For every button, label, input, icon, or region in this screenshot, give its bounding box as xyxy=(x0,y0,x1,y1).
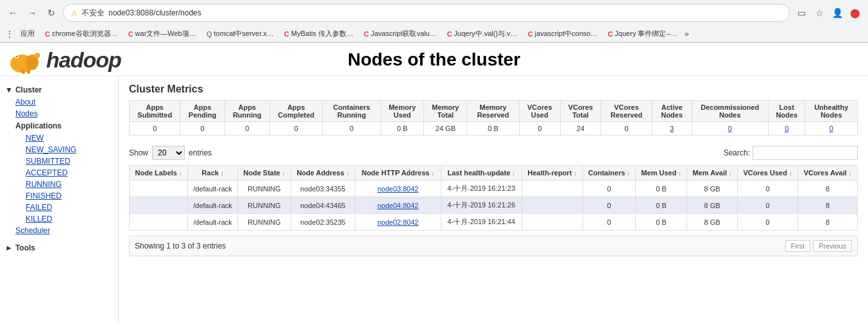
bookmark-jquery2[interactable]: C Jquery 事件绑定--… xyxy=(604,28,681,40)
url-display: node03:8088/cluster/nodes xyxy=(108,8,201,17)
th-mem-used[interactable]: Mem Used ↕ xyxy=(636,166,687,180)
sidebar-item-new[interactable]: NEW xyxy=(10,132,113,144)
th-vcores-used[interactable]: VCores Used ↕ xyxy=(737,166,797,180)
sort-icon-vcavail: ↕ xyxy=(849,170,852,177)
th-rack[interactable]: Rack ↕ xyxy=(188,166,238,180)
node-http-link[interactable]: node02:8042 xyxy=(377,218,418,226)
table-cell: RUNNING xyxy=(237,197,291,214)
bookmark-mybatis[interactable]: C MyBatis 传入参数… xyxy=(280,28,357,40)
forward-button[interactable]: → xyxy=(24,5,40,21)
table-controls: Show 20 50 100 entries Search: xyxy=(129,146,858,160)
col-unhealthy-nodes: Unhealthy Nodes xyxy=(805,101,858,122)
sidebar-item-finished[interactable]: FINISHED xyxy=(10,190,113,202)
cast-icon[interactable]: ▭ xyxy=(794,5,809,21)
sidebar-tools-header[interactable]: ► Tools xyxy=(5,242,113,254)
sidebar-item-accepted[interactable]: ACCEPTED xyxy=(10,167,113,179)
val-vcores-reserved: 0 xyxy=(601,122,652,136)
th-node-labels[interactable]: Node Labels ↕ xyxy=(130,166,188,180)
bookmark-icon-3: C xyxy=(284,30,289,38)
bookmark-icon[interactable]: ☆ xyxy=(812,5,827,21)
table-cell[interactable]: node03:8042 xyxy=(355,180,441,197)
back-button[interactable]: ← xyxy=(5,5,21,21)
refresh-button[interactable]: ↻ xyxy=(44,5,59,21)
th-containers[interactable]: Containers ↕ xyxy=(583,166,636,180)
browser-chrome: ← → ↻ ⚠ 不安全 node03:8088/cluster/nodes ▭ … xyxy=(0,0,868,43)
show-entries: Show 20 50 100 entries xyxy=(129,146,212,160)
table-cell: 4-十月-2019 16:21:23 xyxy=(441,180,522,197)
sidebar-item-new-saving[interactable]: NEW_SAVING xyxy=(10,144,113,155)
bookmarks-more-icon[interactable]: » xyxy=(685,29,689,39)
th-node-state[interactable]: Node State ↕ xyxy=(237,166,291,180)
sidebar-item-failed[interactable]: FAILED xyxy=(10,202,113,213)
th-mem-avail[interactable]: Mem Avail ↕ xyxy=(687,166,738,180)
node-http-link[interactable]: node04:8042 xyxy=(377,202,418,209)
table-cell: RUNNING xyxy=(237,180,291,197)
sidebar-item-nodes[interactable]: Nodes xyxy=(5,108,113,119)
sidebar-tools-arrow: ► xyxy=(5,243,13,252)
table-cell: 4-十月-2019 16:21:26 xyxy=(441,197,522,214)
bookmarks-bar: ⋮ 应用 C chrome谷歌浏览器… C war文件—Web项… Q tomc… xyxy=(0,26,868,42)
table-cell[interactable]: node02:8042 xyxy=(355,214,441,231)
table-cell: node03:34355 xyxy=(291,180,355,197)
bookmark-js2[interactable]: C javascript中conso… xyxy=(524,28,602,40)
table-cell: 8 xyxy=(798,197,858,214)
sidebar-applications-label: Applications xyxy=(5,119,113,132)
menu-icon[interactable]: ⬤ xyxy=(847,5,863,21)
sidebar-item-scheduler[interactable]: Scheduler xyxy=(5,225,113,236)
node-http-link[interactable]: node03:8042 xyxy=(377,185,418,193)
show-entries-select[interactable]: 20 50 100 xyxy=(152,146,185,160)
table-cell: /default-rack xyxy=(188,197,238,214)
address-bar[interactable]: ⚠ 不安全 node03:8088/cluster/nodes xyxy=(63,4,790,22)
bookmark-chrome[interactable]: C chrome谷歌浏览器… xyxy=(41,28,122,40)
hadoop-logo-elephant xyxy=(8,44,45,75)
table-cell: node02:35235 xyxy=(291,214,355,231)
bookmark-js1[interactable]: C Javascript获取valu… xyxy=(360,28,441,40)
val-decommissioned-nodes[interactable]: 0 xyxy=(692,122,768,136)
th-last-health[interactable]: Last health-update ↕ xyxy=(441,166,522,180)
bookmark-tomcat[interactable]: Q tomcat中server.x… xyxy=(203,28,278,40)
sort-icon-containers: ↕ xyxy=(627,170,630,177)
sidebar-item-about[interactable]: About xyxy=(5,96,113,108)
val-unhealthy-nodes[interactable]: 0 xyxy=(805,122,858,136)
th-node-http-address[interactable]: Node HTTP Address ↕ xyxy=(355,166,441,180)
table-cell: 0 B xyxy=(636,214,687,231)
sidebar-cluster-header[interactable]: ▼ Cluster xyxy=(5,83,113,96)
val-vcores-total: 24 xyxy=(560,122,600,136)
bookmark-war[interactable]: C war文件—Web项… xyxy=(124,28,200,40)
previous-button[interactable]: Previous xyxy=(813,240,852,252)
svg-rect-7 xyxy=(27,69,30,74)
content-area: Cluster Metrics Apps Submitted Apps Pend… xyxy=(119,76,868,323)
table-cell[interactable]: node04:8042 xyxy=(355,197,441,214)
val-active-nodes[interactable]: 3 xyxy=(652,122,692,136)
metrics-section-title: Cluster Metrics xyxy=(129,83,858,95)
first-button[interactable]: First xyxy=(785,240,810,252)
search-input[interactable] xyxy=(753,146,858,160)
table-cell: 0 xyxy=(583,180,636,197)
sidebar-item-submitted[interactable]: SUBMITTED xyxy=(10,155,113,167)
sidebar-tools-section: ► Tools xyxy=(0,239,118,257)
bookmark-icon-0: C xyxy=(45,30,50,38)
val-lost-nodes[interactable]: 0 xyxy=(768,122,805,136)
bookmark-jquery1[interactable]: C Juqery中.val()与.v… xyxy=(443,28,522,40)
table-cell: /default-rack xyxy=(188,180,238,197)
entries-label: entries xyxy=(189,148,212,157)
sidebar-item-running[interactable]: RUNNING xyxy=(10,179,113,190)
profile-icon[interactable]: 👤 xyxy=(830,5,845,21)
svg-point-5 xyxy=(16,56,17,57)
table-cell: 0 xyxy=(583,214,636,231)
th-node-address[interactable]: Node Address ↕ xyxy=(291,166,355,180)
th-health-report[interactable]: Health-report ↕ xyxy=(522,166,583,180)
security-icon: ⚠ xyxy=(71,9,78,17)
table-row: /default-rackRUNNINGnode03:34355node03:8… xyxy=(130,180,858,197)
col-apps-submitted: Apps Submitted xyxy=(130,101,180,122)
bookmark-icon-2: Q xyxy=(207,30,212,38)
apps-grid-icon[interactable]: ⋮ xyxy=(5,29,14,39)
toolbar-icons: ▭ ☆ 👤 ⬤ xyxy=(794,5,863,21)
th-vcores-avail[interactable]: VCores Avail ↕ xyxy=(798,166,858,180)
nodes-table: Node Labels ↕ Rack ↕ Node State ↕ N xyxy=(129,165,858,231)
col-vcores-reserved: VCores Reserved xyxy=(601,101,652,122)
bookmark-apps[interactable]: 应用 xyxy=(17,28,38,40)
col-vcores-used: VCores Used xyxy=(519,101,560,122)
sidebar-item-killed[interactable]: KILLED xyxy=(10,213,113,225)
val-containers-running: 0 xyxy=(323,122,380,136)
